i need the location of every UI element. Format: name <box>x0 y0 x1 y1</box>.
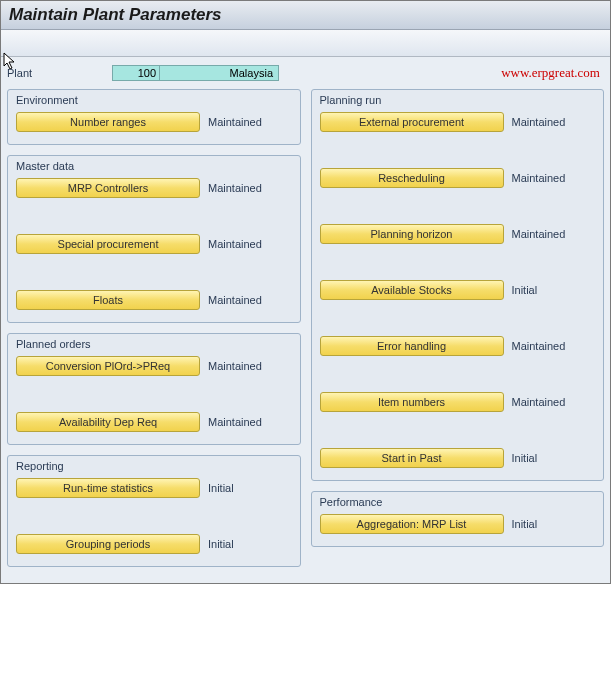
plant-row: Plant 100 Malaysia www.erpgreat.com <box>7 65 604 81</box>
param-row-conversion-plord-preq: Conversion PlOrd->PReqMaintained <box>16 356 292 376</box>
status-text: Maintained <box>512 172 566 184</box>
group-title: Planning run <box>312 90 604 108</box>
param-row-start-in-past: Start in PastInitial <box>320 448 596 468</box>
left-column: EnvironmentNumber rangesMaintainedMaster… <box>7 89 301 577</box>
group-body: Run-time statisticsInitialGrouping perio… <box>8 474 300 566</box>
param-row-grouping-periods: Grouping periodsInitial <box>16 534 292 554</box>
external-procurement-button[interactable]: External procurement <box>320 112 504 132</box>
right-column: Planning runExternal procurementMaintain… <box>311 89 605 557</box>
group-body: External procurementMaintainedRescheduli… <box>312 108 604 480</box>
number-ranges-button[interactable]: Number ranges <box>16 112 200 132</box>
plant-label: Plant <box>7 67 112 79</box>
group-title: Reporting <box>8 456 300 474</box>
param-row-availability-dep-req: Availability Dep ReqMaintained <box>16 412 292 432</box>
status-text: Initial <box>208 482 234 494</box>
availability-dep-req-button[interactable]: Availability Dep Req <box>16 412 200 432</box>
param-row-number-ranges: Number rangesMaintained <box>16 112 292 132</box>
group-body: Conversion PlOrd->PReqMaintainedAvailabi… <box>8 352 300 444</box>
group-title: Master data <box>8 156 300 174</box>
available-stocks-button[interactable]: Available Stocks <box>320 280 504 300</box>
error-handling-button[interactable]: Error handling <box>320 336 504 356</box>
param-row-aggregation-mrp-list: Aggregation: MRP ListInitial <box>320 514 596 534</box>
group-reporting: ReportingRun-time statisticsInitialGroup… <box>7 455 301 567</box>
floats-button[interactable]: Floats <box>16 290 200 310</box>
special-procurement-button[interactable]: Special procurement <box>16 234 200 254</box>
run-time-statistics-button[interactable]: Run-time statistics <box>16 478 200 498</box>
status-text: Maintained <box>208 238 262 250</box>
group-environment: EnvironmentNumber rangesMaintained <box>7 89 301 145</box>
param-row-external-procurement: External procurementMaintained <box>320 112 596 132</box>
status-text: Maintained <box>512 396 566 408</box>
status-text: Maintained <box>208 182 262 194</box>
param-row-mrp-controllers: MRP ControllersMaintained <box>16 178 292 198</box>
item-numbers-button[interactable]: Item numbers <box>320 392 504 412</box>
planning-horizon-button[interactable]: Planning horizon <box>320 224 504 244</box>
status-text: Maintained <box>512 116 566 128</box>
param-row-rescheduling: ReschedulingMaintained <box>320 168 596 188</box>
group-performance: PerformanceAggregation: MRP ListInitial <box>311 491 605 547</box>
param-row-special-procurement: Special procurementMaintained <box>16 234 292 254</box>
param-row-available-stocks: Available StocksInitial <box>320 280 596 300</box>
group-planning-run: Planning runExternal procurementMaintain… <box>311 89 605 481</box>
status-text: Initial <box>512 284 538 296</box>
content-area: Plant 100 Malaysia www.erpgreat.com Envi… <box>1 57 610 583</box>
status-text: Maintained <box>512 340 566 352</box>
status-text: Initial <box>512 518 538 530</box>
grouping-periods-button[interactable]: Grouping periods <box>16 534 200 554</box>
app-window: Maintain Plant Parameters Plant 100 Mala… <box>0 0 611 584</box>
param-row-error-handling: Error handlingMaintained <box>320 336 596 356</box>
toolbar <box>1 30 610 57</box>
aggregation-mrp-list-button[interactable]: Aggregation: MRP List <box>320 514 504 534</box>
param-row-planning-horizon: Planning horizonMaintained <box>320 224 596 244</box>
group-body: MRP ControllersMaintainedSpecial procure… <box>8 174 300 322</box>
rescheduling-button[interactable]: Rescheduling <box>320 168 504 188</box>
group-master-data: Master dataMRP ControllersMaintainedSpec… <box>7 155 301 323</box>
status-text: Maintained <box>512 228 566 240</box>
plant-name-field[interactable]: Malaysia <box>160 65 279 81</box>
group-planned-orders: Planned ordersConversion PlOrd->PReqMain… <box>7 333 301 445</box>
page-title: Maintain Plant Parameters <box>1 1 610 30</box>
mrp-controllers-button[interactable]: MRP Controllers <box>16 178 200 198</box>
group-title: Performance <box>312 492 604 510</box>
status-text: Maintained <box>208 416 262 428</box>
param-row-run-time-statistics: Run-time statisticsInitial <box>16 478 292 498</box>
conversion-plord-preq-button[interactable]: Conversion PlOrd->PReq <box>16 356 200 376</box>
watermark-text: www.erpgreat.com <box>501 65 600 81</box>
group-body: Aggregation: MRP ListInitial <box>312 510 604 546</box>
status-text: Maintained <box>208 294 262 306</box>
status-text: Maintained <box>208 116 262 128</box>
group-title: Environment <box>8 90 300 108</box>
param-row-item-numbers: Item numbersMaintained <box>320 392 596 412</box>
group-body: Number rangesMaintained <box>8 108 300 144</box>
plant-code-field[interactable]: 100 <box>112 65 160 81</box>
status-text: Initial <box>208 538 234 550</box>
group-title: Planned orders <box>8 334 300 352</box>
start-in-past-button[interactable]: Start in Past <box>320 448 504 468</box>
param-row-floats: FloatsMaintained <box>16 290 292 310</box>
status-text: Initial <box>512 452 538 464</box>
status-text: Maintained <box>208 360 262 372</box>
